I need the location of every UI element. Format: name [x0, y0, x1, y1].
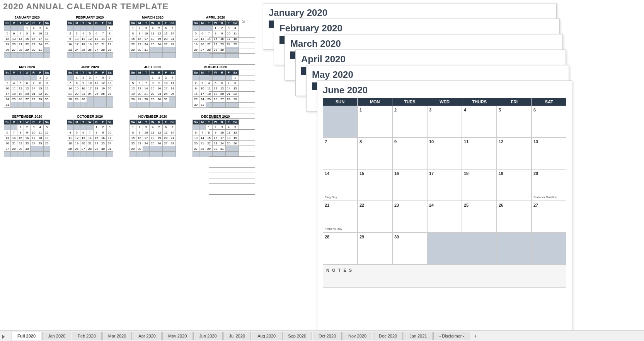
- day-cell: [532, 233, 566, 264]
- mini-day-cell: 19: [87, 42, 93, 47]
- mini-day-cell: [100, 102, 106, 108]
- day-header: Su: [4, 21, 11, 26]
- mini-day-cell: [73, 102, 80, 108]
- sheet-tab[interactable]: Jan 2020: [42, 332, 71, 340]
- sheet-tab[interactable]: May 2020: [162, 332, 193, 340]
- mini-day-cell: 11: [11, 86, 17, 91]
- mini-day-cell: 30: [136, 146, 143, 152]
- sheet-tab[interactable]: Mar 2020: [102, 332, 132, 340]
- mini-day-cell: [11, 125, 17, 130]
- mini-day-cell: 23: [136, 141, 143, 146]
- mini-day-cell: [37, 102, 44, 108]
- mini-day-cell: 28: [11, 146, 17, 152]
- note-line: [209, 151, 255, 157]
- day-cell: 28: [323, 233, 358, 264]
- mini-calendar: JULY 2020SuMTWRFSa1234567891011121314151…: [129, 65, 176, 108]
- mini-day-cell: [4, 125, 11, 130]
- mini-day-cell: [193, 125, 199, 130]
- day-header: M: [136, 120, 143, 125]
- note-line: [209, 75, 255, 81]
- note-line: [209, 189, 255, 195]
- mini-day-cell: 5: [73, 130, 80, 135]
- add-sheet-button[interactable]: +: [471, 332, 480, 340]
- mini-day-cell: 3: [199, 81, 206, 86]
- mini-day-cell: 23: [136, 42, 143, 47]
- mini-day-cell: 3: [143, 26, 150, 31]
- mini-day-cell: 20: [4, 141, 11, 146]
- sheet-tab[interactable]: - Disclaimer -: [433, 332, 470, 340]
- sheet-tab[interactable]: Jan 2021: [404, 332, 433, 340]
- mini-day-cell: 9: [100, 130, 106, 135]
- mini-day-cell: [163, 53, 169, 58]
- sheet-tab[interactable]: Jul 2020: [223, 332, 251, 340]
- mini-day-cell: 27: [106, 91, 113, 97]
- mini-day-cell: 6: [163, 26, 169, 31]
- day-cell: [497, 233, 532, 264]
- mini-day-cell: 11: [169, 81, 176, 86]
- mini-day-cell: 27: [24, 97, 31, 102]
- sheet-tab[interactable]: Aug 2020: [252, 332, 281, 340]
- mini-day-cell: [31, 152, 37, 157]
- mini-day-cell: 2: [67, 31, 73, 36]
- mini-day-cell: 18: [150, 135, 156, 141]
- mini-day-cell: 18: [93, 86, 100, 91]
- mini-day-cell: 2: [156, 75, 163, 81]
- sheet-tab-bar: Full 2020Jan 2020Feb 2020Mar 2020Apr 202…: [0, 330, 644, 341]
- mini-day-cell: 2: [136, 26, 143, 31]
- mini-day-cell: 21: [169, 36, 176, 42]
- mini-day-cell: [17, 75, 24, 81]
- mini-day-cell: 12: [156, 130, 163, 135]
- note-line: [209, 86, 255, 92]
- mini-day-cell: [4, 152, 11, 157]
- mini-day-cell: [100, 152, 106, 157]
- day-cell: 6: [532, 106, 566, 137]
- mini-day-cell: 10: [143, 31, 150, 36]
- day-header: Sa: [169, 120, 176, 125]
- mini-day-cell: [143, 152, 150, 157]
- mini-day-cell: 30: [136, 47, 143, 53]
- mini-day-cell: 14: [143, 86, 150, 91]
- mini-day-cell: [73, 125, 80, 130]
- mini-day-cell: [80, 26, 87, 31]
- mini-day-cell: [93, 102, 100, 108]
- mini-day-cell: 3: [163, 75, 169, 81]
- note-line: [209, 135, 255, 141]
- sheet-tab[interactable]: Oct 2020: [313, 332, 342, 340]
- mini-day-cell: 28: [169, 141, 176, 146]
- sheet-tab[interactable]: Nov 2020: [342, 332, 372, 340]
- mini-day-cell: 23: [44, 91, 50, 97]
- mini-day-cell: 27: [136, 97, 143, 102]
- mini-day-cell: 4: [80, 31, 87, 36]
- mini-day-cell: 28: [199, 146, 206, 152]
- day-header: F: [37, 70, 44, 75]
- mini-day-cell: 19: [4, 42, 11, 47]
- mini-day-cell: 26: [87, 47, 93, 53]
- day-header: R: [156, 120, 163, 125]
- mini-day-cell: 23: [80, 91, 87, 97]
- tab-scroll-icon[interactable]: [2, 335, 5, 339]
- sheet-tab[interactable]: Full 2020: [12, 332, 41, 340]
- mini-day-cell: 1: [17, 125, 24, 130]
- sheet-tab[interactable]: Apr 2020: [133, 332, 162, 340]
- sheet-tab[interactable]: Jun 2020: [193, 332, 222, 340]
- note-line: [209, 157, 255, 162]
- sheet-tab[interactable]: Sep 2020: [282, 332, 312, 340]
- mini-day-cell: 27: [199, 47, 206, 53]
- mini-day-cell: 23: [24, 141, 31, 146]
- mini-day-cell: 9: [31, 31, 37, 36]
- mini-day-cell: 29: [150, 97, 156, 102]
- sheet-tab[interactable]: Dec 2020: [373, 332, 403, 340]
- mini-day-cell: [193, 152, 199, 157]
- mini-day-cell: 7: [67, 81, 73, 86]
- mini-day-cell: 19: [156, 36, 163, 42]
- mini-day-cell: 27: [80, 146, 87, 152]
- mini-day-cell: 2: [31, 26, 37, 31]
- day-cell: 25: [462, 201, 497, 233]
- day-header: Su: [67, 21, 73, 26]
- sheet-tab[interactable]: Feb 2020: [72, 332, 101, 340]
- mini-day-cell: 4: [93, 75, 100, 81]
- mini-day-cell: 20: [106, 86, 113, 91]
- mini-day-cell: [106, 152, 113, 157]
- mini-day-cell: 18: [67, 141, 73, 146]
- day-cell: 2: [392, 106, 427, 137]
